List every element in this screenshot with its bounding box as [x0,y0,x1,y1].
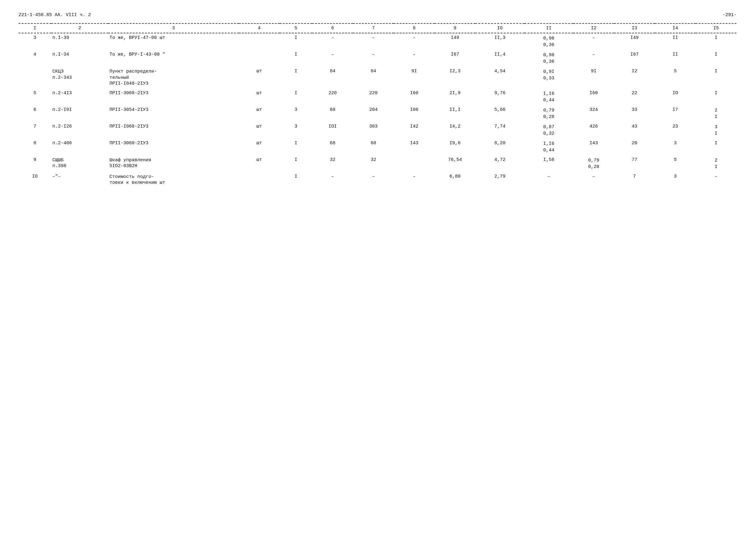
col-header-10: IO [475,23,524,33]
cell-r4-c6: – [312,50,353,67]
cell-r6-c2: п.2-I9I [51,105,109,122]
cell-r5-c11: I,I60,44 [524,89,573,105]
cell-r4b-c11: 0,9I0,33 [524,67,573,89]
cell-r8-c1: 8 [19,139,51,155]
table-row: 9 СЩШБп.398 Шкаф управления5IO2-03В2Н шт… [19,155,736,172]
header-center: -291- [722,12,736,18]
cell-r4-c1: 4 [19,50,51,67]
cell-r5-c5: I [280,89,312,105]
col-header-12: I2 [573,23,614,33]
cell-r3-c3: То же, ВРУI-47-00 шт [108,33,238,50]
cell-r7-c13: 43 [614,122,655,139]
cell-r4-c4 [239,50,280,67]
cell-r3-c13: I49 [614,33,655,50]
cell-r4b-c6: 84 [312,67,353,89]
cell-r6-c6: 68 [312,105,353,122]
cell-r4b-c9: I2,3 [434,67,475,89]
cell-r4b-c2: СКЦЭп.2-343 [51,67,109,89]
cell-r9-c14: 5 [655,155,696,172]
cell-r4-c2: п.I-34 [51,50,109,67]
cell-r7-c14: 23 [655,122,696,139]
cell-r7-c10: 7,74 [475,122,524,139]
col-header-2: 2 [51,23,109,33]
cell-r6-c12: 324 [573,105,614,122]
cell-r6-c7: 204 [353,105,394,122]
cell-r6-c11: 0,790,28 [524,105,573,122]
cell-r4b-c3: Пункт распредели-тельныйПРII-I048-2IУ3 [108,67,238,89]
cell-r3-c4 [239,33,280,50]
cell-r10-c10: 2,79 [475,172,524,188]
cell-r4b-c14: 5 [655,67,696,89]
cell-r3-c11: 0,980,36 [524,33,573,50]
col-header-6: 6 [312,23,353,33]
table-row: 4 п.I-34 То же, ВРУ-I-43-00 " I – – – I6… [19,50,736,67]
cell-r10-c9: 6,80 [434,172,475,188]
table-row: 8 п.2-406 ПРII-3060-2IУ3 шт I 68 68 I43 … [19,139,736,155]
cell-r9-c4: шт [239,155,280,172]
col-header-9: 9 [434,23,475,33]
cell-r4b-c1 [19,67,51,89]
cell-r7-c12: 426 [573,122,614,139]
cell-r4b-c13: I2 [614,67,655,89]
cell-r10-c8: – [394,172,434,188]
cell-r8-c15: I [696,139,736,155]
cell-r3-c9: I49 [434,33,475,50]
col-header-13: I3 [614,23,655,33]
cell-r6-c8: I08 [394,105,434,122]
cell-r5-c13: 22 [614,89,655,105]
cell-r9-c15: 2I [696,155,736,172]
table-row: 3 п.I-39 То же, ВРУI-47-00 шт I – – – I4… [19,33,736,50]
cell-r5-c8: I60 [394,89,434,105]
cell-r10-c7: – [353,172,394,188]
cell-r8-c2: п.2-406 [51,139,109,155]
cell-r8-c9: I9,6 [434,139,475,155]
cell-r3-c14: II [655,33,696,50]
cell-r7-c8: I42 [394,122,434,139]
col-header-15: I5 [696,23,736,33]
cell-r4-c10: II,4 [475,50,524,67]
cell-r10-c13: 7 [614,172,655,188]
cell-r3-c1: 3 [19,33,51,50]
cell-r7-c4: шт [239,122,280,139]
cell-r10-c5: I [280,172,312,188]
cell-r10-c15: – [696,172,736,188]
cell-r10-c1: IO [19,172,51,188]
cell-r3-c10: II,3 [475,33,524,50]
cell-r4-c12: – [573,50,614,67]
cell-r5-c15: I [696,89,736,105]
cell-r10-c12: – [573,172,614,188]
cell-r7-c11: 0,870,32 [524,122,573,139]
table-row: 5 п.2-4I3 ПРII-3068-2IУ3 шт I 220 220 I6… [19,89,736,105]
col-header-7: 7 [353,23,394,33]
cell-r5-c14: IO [655,89,696,105]
cell-r7-c3: ПРII-I068-2IУ3 [108,122,238,139]
cell-r6-c13: 33 [614,105,655,122]
cell-r9-c8 [394,155,434,172]
cell-r7-c5: 3 [280,122,312,139]
cell-r9-c7: 32 [353,155,394,172]
col-header-14: I4 [655,23,696,33]
cell-r9-c5: I [280,155,312,172]
cell-r4b-c15: I [696,67,736,89]
cell-r5-c10: 9,76 [475,89,524,105]
cell-r8-c11: I,I60,44 [524,139,573,155]
cell-r4-c7: – [353,50,394,67]
cell-r9-c12: 0,790,28 [573,155,614,172]
cell-r8-c6: 68 [312,139,353,155]
cell-r3-c8: – [394,33,434,50]
cell-r6-c4: шт [239,105,280,122]
cell-r5-c2: п.2-4I3 [51,89,109,105]
cell-r6-c15: 2I [696,105,736,122]
cell-r7-c1: 7 [19,122,51,139]
cell-r4-c8: – [394,50,434,67]
cell-r8-c8: I43 [394,139,434,155]
cell-r7-c15: 3I [696,122,736,139]
cell-r10-c14: 3 [655,172,696,188]
cell-r3-c6: – [312,33,353,50]
column-header-row: I 2 3 4 5 6 7 8 9 IO II I2 I3 I4 I5 [19,23,736,33]
cell-r7-c9: I4,2 [434,122,475,139]
cell-r5-c1: 5 [19,89,51,105]
cell-r7-c2: п.2-I26 [51,122,109,139]
cell-r3-c12: – [573,33,614,50]
cell-r4-c5: I [280,50,312,67]
